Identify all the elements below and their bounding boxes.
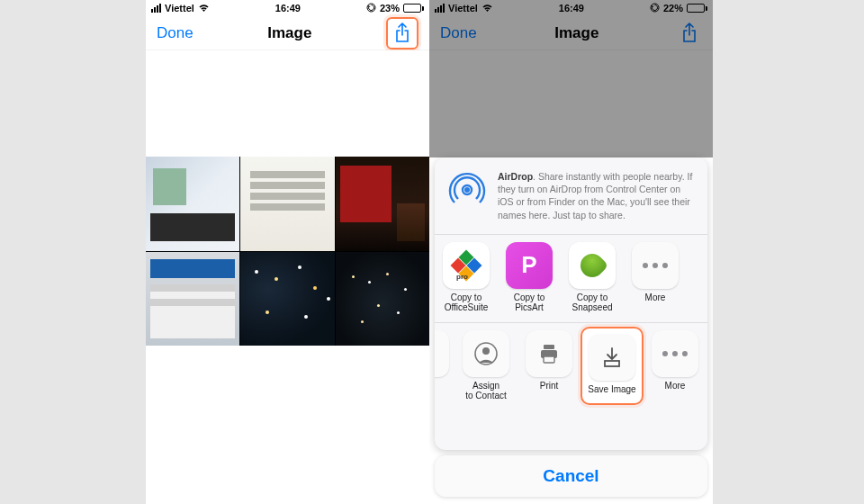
contact-icon: [463, 330, 509, 377]
status-bar: Viettel 16:49 23%: [146, 0, 429, 16]
share-actions-more[interactable]: More: [644, 330, 706, 401]
share-icon: [393, 22, 411, 44]
photo-thumbnail[interactable]: [240, 157, 334, 251]
share-apps-row[interactable]: pro Copy toOfficeSuite P Copy toPicsArt …: [435, 235, 707, 323]
share-apps-more[interactable]: More: [624, 242, 687, 313]
phone-right: Viettel 16:49 22% Done Image: [429, 0, 713, 504]
share-app-snapseed[interactable]: Copy toSnapseed: [561, 242, 624, 313]
svg-point-5: [482, 347, 490, 355]
done-button[interactable]: Done: [157, 24, 194, 42]
share-app-officesuite[interactable]: pro Copy toOfficeSuite: [435, 242, 498, 313]
snapseed-icon: [569, 242, 616, 289]
svg-rect-9: [605, 361, 619, 366]
wifi-icon: [198, 4, 210, 13]
svg-rect-6: [544, 345, 554, 349]
more-icon: [632, 242, 679, 289]
share-app-picsart[interactable]: P Copy toPicsArt: [498, 242, 561, 313]
officesuite-icon: pro: [443, 242, 490, 289]
picsart-icon: P: [506, 242, 553, 289]
share-action-print[interactable]: Print: [518, 330, 580, 401]
share-sheet: AirDrop. Share instantly with people nea…: [435, 158, 707, 450]
airdrop-icon: [447, 170, 487, 210]
airdrop-description: AirDrop. Share instantly with people nea…: [498, 170, 695, 221]
photo-thumbnail[interactable]: [240, 252, 334, 346]
print-icon: [526, 330, 572, 377]
photo-thumbnail[interactable]: [146, 252, 239, 346]
signal-bars-icon: [151, 4, 161, 13]
photo-thumbnail[interactable]: [336, 252, 429, 346]
tutorial-highlight-share: [386, 17, 418, 50]
share-action-assign-contact[interactable]: Assignto Contact: [454, 330, 518, 401]
rotation-lock-icon: [366, 3, 376, 14]
share-action-partial[interactable]: es: [435, 330, 454, 401]
share-actions-row[interactable]: es Assignto Contact Print: [435, 323, 707, 410]
airdrop-section[interactable]: AirDrop. Share instantly with people nea…: [435, 158, 707, 235]
tutorial-highlight-save: Save Image: [580, 327, 644, 405]
save-image-icon[interactable]: [589, 334, 635, 381]
nav-title: Image: [267, 24, 311, 42]
carrier-label: Viettel: [165, 3, 194, 14]
action-icon-partial: [435, 330, 449, 377]
nav-bar: Done Image: [146, 16, 429, 50]
more-icon: [652, 330, 698, 377]
tutorial-canvas: Viettel 16:49 23% Done Image: [0, 0, 864, 504]
photo-thumbnail[interactable]: [146, 157, 239, 251]
svg-point-3: [464, 187, 470, 193]
status-time: 16:49: [275, 3, 301, 14]
photo-grid: [146, 157, 429, 346]
cancel-button[interactable]: Cancel: [435, 455, 707, 497]
modal-backdrop[interactable]: [429, 0, 713, 158]
share-button[interactable]: [390, 21, 415, 46]
phone-left: Viettel 16:49 23% Done Image: [146, 0, 429, 504]
battery-percent: 23%: [380, 3, 400, 14]
photo-thumbnail[interactable]: [336, 157, 429, 251]
save-image-label[interactable]: Save Image: [588, 384, 635, 395]
phone-pair: Viettel 16:49 23% Done Image: [146, 0, 713, 504]
battery-icon: [403, 4, 424, 13]
svg-rect-8: [544, 356, 554, 363]
image-viewer[interactable]: [146, 50, 429, 504]
